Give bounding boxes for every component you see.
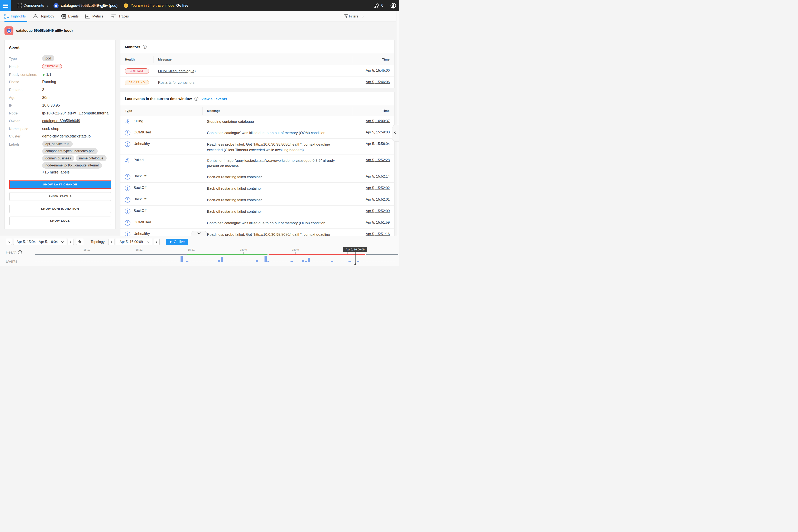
svg-text:?: ? — [19, 251, 21, 254]
svg-text:?: ? — [144, 45, 145, 48]
svg-text:?: ? — [196, 98, 197, 100]
